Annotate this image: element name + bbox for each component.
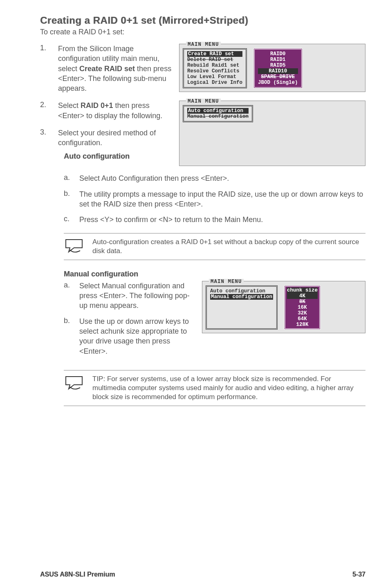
panel1-title: MAIN MENU (186, 42, 221, 47)
step1-number: 1. (40, 44, 52, 93)
panel1-right-list: RAID0 RAID1 RAID5 RAID10 SPARE DRIVE JBO… (253, 48, 303, 88)
auto-a-letter: a. (64, 173, 74, 183)
step1-text: From the Silicon Image configuration uti… (58, 44, 173, 93)
auto-b-text: The utility prompts a message to input t… (79, 189, 365, 209)
panel1-left-item[interactable]: Low Level Format (187, 74, 242, 80)
panel1-right-item[interactable]: RAID0 (258, 51, 298, 57)
panel1-right-item[interactable]: JBOD (Single) (258, 80, 298, 85)
panel1-left-item[interactable]: Resolve Conflicts (187, 68, 242, 74)
manual-b-letter: b. (64, 316, 74, 356)
chunk-header: chunk size (287, 287, 318, 293)
manual-config-heading: Manual configuration (64, 270, 365, 278)
step2-bold: RAID 0+1 (81, 101, 113, 110)
note1: Auto-configuration creates a RAID 0+1 se… (64, 233, 365, 260)
step3-number: 3. (40, 128, 52, 148)
panel1-right-item[interactable]: RAID5 (258, 63, 298, 68)
panel2-item[interactable]: Auto configuration (187, 108, 249, 114)
manual-a-letter: a. (64, 281, 74, 311)
panel1-left-item[interactable]: Logical Drive Info (187, 80, 242, 85)
step1-bold: Create RAID set (79, 65, 135, 73)
page-footer: ASUS A8N-SLI Premium 5-37 (40, 571, 365, 578)
chunk-item[interactable]: 32K (287, 310, 318, 316)
chunk-item[interactable]: 64K (287, 316, 318, 322)
panel3-left-item[interactable]: Auto configuration (210, 288, 273, 294)
chunk-item[interactable]: 128K (287, 322, 318, 328)
page-heading: Creating a RAID 0+1 set (Mirrored+Stripe… (40, 15, 365, 26)
panel1-left-item[interactable]: Rebuild Raid1 set (187, 63, 242, 68)
note1-text: Auto-configuration creates a RAID 0+1 se… (92, 238, 365, 256)
auto-a-text: Select Auto Configuration then press <En… (79, 173, 365, 183)
panel1-left-list: Create RAID set Delete RAID set Rebuild … (183, 48, 247, 88)
intro-text: To create a RAID 0+1 set: (40, 28, 365, 36)
auto-config-heading: Auto configuration (64, 152, 173, 161)
panel1-right-item[interactable]: SPARE DRIVE (258, 74, 298, 80)
chunk-item[interactable]: 4K (287, 293, 318, 299)
note2-text: TIP: For server systems, use of a lower … (92, 375, 365, 402)
panel2: MAIN MENU Auto configuration Manual conf… (179, 101, 365, 166)
panel1-right-item[interactable]: RAID1 (258, 57, 298, 63)
panel3-title: MAIN MENU (209, 279, 244, 285)
note-icon (64, 375, 84, 393)
panel3-left-list: Auto configuration Manual configuration (206, 285, 278, 330)
panel3: MAIN MENU Auto configuration Manual conf… (202, 281, 365, 333)
note2: TIP: For server systems, use of a lower … (64, 370, 365, 406)
panel1-right-item[interactable]: RAID10 (258, 68, 298, 74)
footer-right: 5-37 (352, 571, 365, 578)
footer-left: ASUS A8N-SLI Premium (40, 571, 115, 578)
auto-b-letter: b. (64, 189, 74, 209)
step2-text: Select RAID 0+1 then press <Enter> to di… (58, 101, 173, 121)
note-icon (64, 238, 84, 256)
panel1-left-item[interactable]: Delete RAID set (187, 57, 242, 63)
panel1: MAIN MENU Create RAID set Delete RAID se… (179, 44, 365, 92)
panel1-left-item[interactable]: Create RAID set (187, 51, 242, 57)
panel2-list: Auto configuration Manual configuration (183, 105, 253, 122)
auto-c-letter: c. (64, 215, 74, 224)
chunk-item[interactable]: 16K (287, 305, 318, 310)
panel3-left-item[interactable]: Manual configuration (210, 294, 273, 300)
chunk-item[interactable]: 8K (287, 299, 318, 305)
panel2-title: MAIN MENU (186, 99, 221, 104)
step2-pre: Select (58, 101, 81, 110)
auto-c-text: Press <Y> to confirm or <N> to return to… (79, 215, 365, 224)
manual-a-text: Select Manual configuration and press <E… (79, 281, 196, 311)
step2-number: 2. (40, 101, 52, 121)
manual-b-text: Use the up or down arrow keys to select … (79, 316, 196, 356)
panel2-item[interactable]: Manual configuration (187, 114, 249, 119)
panel3-chunk-list: chunk size 4K 8K 16K 32K 64K 128K (284, 285, 321, 330)
step3-text: Select your desired method of configurat… (58, 128, 173, 148)
